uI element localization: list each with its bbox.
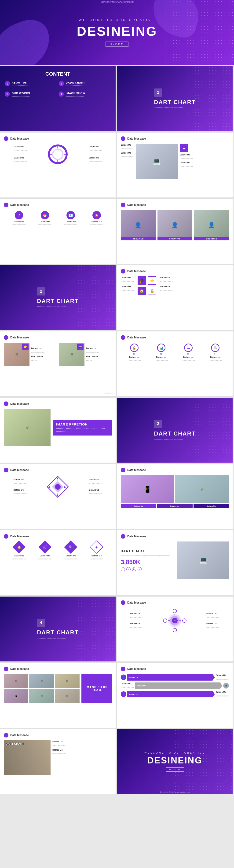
creative-badge-1: CREATIVE — [121, 237, 156, 240]
data-item-r1: Dataes Us xxxxxxxxxxxxxxxx — [89, 146, 102, 152]
person-photo-3-wrap: 👤 CREATIVE — [194, 210, 229, 240]
dart3-inner: 3 DART CHART xxxxxxxxxx xxxxxxxxxx xxxxx… — [154, 420, 196, 440]
petal-lbl-3: Dataes Us xxxxxxxxxxxxxxxx — [89, 478, 102, 485]
step-3: 📧 Dataes Us xxxxxxxxxxxxxxxx — [64, 211, 77, 226]
circle-svg — [47, 144, 68, 165]
slide-header-5a: Date Messase — [4, 335, 112, 340]
lock-steps-row: 🔒 01 Dataes Us xxxxxxxxxxxxxxxx 📊 02 Dat… — [121, 344, 229, 362]
content-item-2: 2 DADA CHART xxxxxxxxxxxxxxxxxxx — [59, 80, 111, 87]
phone-img-2: 🌿 — [175, 475, 229, 503]
data-lbl-2: Dataes Us xxxxxxxxxxxxxxxx — [121, 152, 134, 158]
dart-chart-4-slide: 4 DART CHART xxxxxxxxxx xxxxxxxxxx xxxxx… — [0, 596, 115, 661]
content-item-1: 1 ABOUT US xxxxxxxxxxxxxxxxxxx — [5, 80, 57, 87]
header-icon-10b — [121, 666, 125, 671]
petal-lbl-4: Dataes Us xxxxxxxxxxxxxxxx — [89, 489, 102, 495]
svg-point-8 — [55, 484, 60, 490]
dart1-content: 1 DART CHART xxxxxxxxxx xxxxxxxxxx xxxxx… — [154, 89, 196, 109]
header-icon-6a — [4, 401, 8, 406]
step-2: 🎯 Dataes Us xxxxxxxxxxxxxxxx — [38, 211, 51, 226]
content-title: CONTENT — [5, 71, 111, 77]
grid-lbl-tr: Dataes Us xxxxxxxxxxxxxxxx — [160, 276, 173, 283]
hero-badge: HYDOM — [106, 41, 129, 47]
slide-header-10a: Date Messase — [4, 666, 112, 671]
dart3-num: 3 — [154, 420, 162, 428]
pfretion-text-box: IMAGE PFRETION xxxxxxxxxx xxxxxxxxxx xxx… — [53, 420, 112, 436]
final-desineing-slide: WELCOME TO OUR CREATIVE DESINEING HYDOM … — [117, 729, 233, 794]
slide-header-7a: Date Messase — [4, 468, 112, 472]
dart2-inner: 2 DART CHART xxxxxxxxxx xxxxxxxxxx xxxxx… — [37, 287, 78, 308]
content-num-1: 1 — [5, 81, 10, 86]
grid-lbl-bl: Dataes Us xxxxxxxxxxxxxxxx — [121, 285, 134, 292]
diamond-step-2: 🛒 Dataes Us xxxxxxxxxxxxxxxx — [38, 542, 51, 560]
grid-icon-br: 🔒 — [148, 287, 156, 295]
data-item-l2: Dataes Us xxxxxxxxxxxxxxxx — [14, 157, 27, 163]
coffee-layout: DART CHART Dataes Us xxxxxxxxxxxxxxxx Da… — [4, 740, 112, 775]
diamonds-slide: Date Messase 🏠 Dataes Us xxxxxxxxxxxxxxx… — [0, 530, 115, 595]
photo-col-right: ☁ Dataes Us xxxxxxxxxxxxxxxx Dataes Us x… — [180, 144, 193, 179]
pptstore-watermark: T-STORE — [104, 392, 113, 395]
step-icon-2: 🎯 — [41, 211, 49, 219]
step-4: 📮 Dataes Us xxxxxxxxxxxxxxxx — [90, 211, 103, 226]
person-photo-3: 👤 — [194, 210, 229, 240]
dart-chart-1-slide: 1 DART CHART xxxxxxxxxx xxxxxxxxxx xxxxx… — [117, 66, 233, 131]
copyright-text: Copyright © http://www.pptstore.net — [100, 1, 134, 3]
slide-row-5: Date Messase 🖼 ⭐ Dataes Us xxxxxxxxxxxxx… — [0, 332, 234, 396]
content-sub-2: xxxxxxxxxxxxxxxxxxx — [66, 85, 85, 87]
coffee-overlay — [4, 740, 51, 775]
plant-image: 🌿 — [4, 409, 51, 446]
slide-header-2b: Date Messase — [121, 136, 229, 141]
dart4-sub: xxxxxxxxxx xxxxxxxxxx xxxxxxxxxx — [37, 637, 78, 639]
content-slide: CONTENT 1 ABOUT US xxxxxxxxxxxxxxxxxxx 2… — [0, 66, 115, 131]
grid-right-col: Dataes Us xxxxxxxxxxxxxxxx Dataes Us xxx… — [160, 276, 173, 295]
svg-text:⬇: ⬇ — [56, 494, 58, 497]
content-label-2: DADA CHART — [66, 81, 85, 84]
slide-header-3a: Date Messase — [4, 203, 112, 207]
data-lbl-4: Dataes Us xxxxxxxxxxxxxxxx — [180, 161, 193, 168]
lock-icon-3: ☁ — [184, 344, 192, 352]
team-photo-6: 🖼 — [55, 689, 80, 703]
pfretion-title: IMAGE PFRETION — [56, 423, 109, 426]
dart2-content: 2 DART CHART xxxxxxxxxx xxxxxxxxxx xxxxx… — [37, 287, 78, 308]
header-icon-8a — [4, 534, 8, 539]
diamond-icon-3: 🔍 — [64, 540, 77, 554]
dart1-title: DART CHART — [154, 99, 196, 105]
lock-step-3: ☁ 03 Dataes Us xxxxxxxxxxxxxxxx — [182, 344, 195, 362]
team-photo-2: 🖼 — [29, 674, 54, 688]
circle-diagram-slide: Date Messase Dataes Us xxxxxxxxxxxxxxxx … — [0, 132, 115, 197]
hero-content: WELCOME TO OUR CREATIVE DESINEING HYDOM — [0, 18, 234, 47]
collage-layout: 🖼 ⭐ Dataes Us xxxxxxxxxxxxxxxx Date Crea… — [4, 343, 112, 366]
lock-step-1: 🔒 01 Dataes Us xxxxxxxxxxxxxxxx — [128, 344, 141, 362]
tl-person-icon-2: 👤 — [223, 683, 229, 688]
header-icon-7b — [121, 468, 125, 472]
svg-point-24 — [163, 619, 167, 622]
social-icon-yt: y — [137, 567, 142, 571]
content-num-4: 4 — [59, 92, 64, 97]
icons-row-slide: Date Messase ↗ Dataes Us xxxxxxxxxxxxxxx… — [0, 199, 115, 264]
diamonds-row: 🏠 Dataes Us xxxxxxxxxxxxxxxx 🛒 Dataes Us… — [4, 542, 112, 560]
header-icon-10a — [4, 666, 8, 671]
dart-chart-3-slide: 3 DART CHART xxxxxxxxxx xxxxxxxxxx xxxxx… — [117, 398, 233, 463]
net-lbl-1: Dataes Us xxxxxxxxxxxxxxxx — [130, 613, 143, 619]
tl-arrow-1: Dataes Us — [127, 674, 215, 681]
bottom-watermark: Copyright © http://www.pptstore.net — [43, 791, 73, 793]
dart4-num: 4 — [37, 619, 45, 627]
lock-steps-slide: Date Messase 🔒 01 Dataes Us xxxxxxxxxxxx… — [117, 332, 233, 396]
dart2-sub: xxxxxxxxxx xxxxxxxxxx xxxxxxxxxx — [37, 305, 78, 308]
phone-slide: Date Messase 📱 🌿 Dataes Us Dataes Us Dat… — [117, 464, 233, 529]
timeline-row-2: Dataes Us xxxxxxxxxxxxxxxx Dataes Us 👤 — [121, 682, 229, 689]
phone-img-1: 📱 — [121, 475, 174, 503]
net-lbl-3: Dataes Us xxxxxxxxxxxxxxxx — [206, 613, 219, 619]
phone-labels-row: Dataes Us Dataes Us Dataes Us — [121, 504, 229, 508]
slide-row-2: Date Messase Dataes Us xxxxxxxxxxxxxxxx … — [0, 132, 234, 197]
header-icon-5a — [4, 335, 8, 340]
team-photos-row1: 🖼 🖼 🖼 — [4, 674, 80, 688]
svg-text:↗: ↗ — [174, 619, 176, 622]
dart-chart-2-slide: 2 DART CHART xxxxxxxxxx xxxxxxxxxx xxxxx… — [0, 265, 115, 330]
data-lbl-3: Dataes Us xxxxxxxxxxxxxxxx — [180, 154, 193, 160]
diamond-icon-1: 🏠 — [12, 540, 26, 554]
dart4-inner: 4 DART CHART xxxxxxxxxx xxxxxxxxxx xxxxx… — [37, 619, 78, 639]
final-watermark: Copyright © http://www.pptstore.net — [160, 791, 189, 793]
svg-point-21 — [173, 609, 177, 613]
tl-lbl-3: Dataes Us xxxxxxxxxxxxxxxx — [216, 691, 229, 698]
lock-icon-1: 🔒 — [130, 344, 138, 352]
